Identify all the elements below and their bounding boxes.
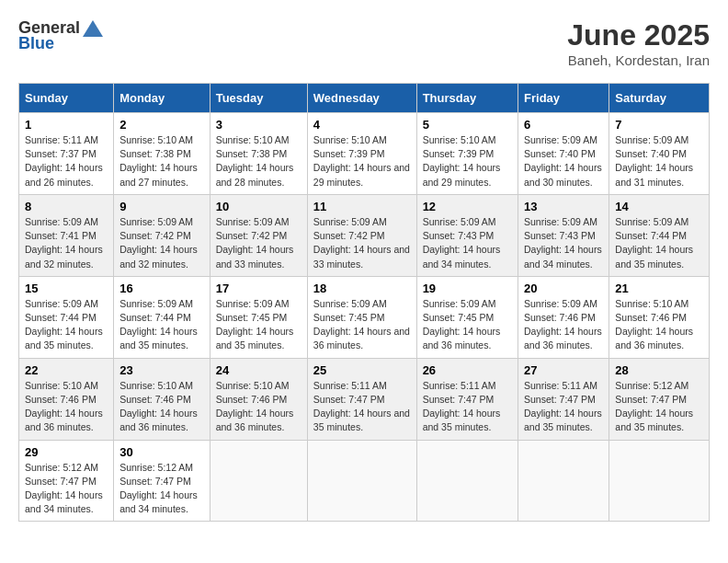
calendar-cell: 30Sunrise: 5:12 AMSunset: 7:47 PMDayligh… [114, 440, 210, 522]
day-number: 24 [216, 363, 301, 377]
day-info: Sunrise: 5:10 AMSunset: 7:39 PMDaylight:… [423, 134, 501, 188]
day-number: 7 [615, 118, 703, 132]
day-info: Sunrise: 5:11 AMSunset: 7:37 PMDaylight:… [25, 134, 103, 188]
day-info: Sunrise: 5:10 AMSunset: 7:38 PMDaylight:… [216, 134, 294, 188]
logo-blue: Blue [18, 34, 54, 53]
calendar-cell: 29Sunrise: 5:12 AMSunset: 7:47 PMDayligh… [19, 440, 114, 522]
month-title: June 2025 [567, 18, 710, 52]
calendar-week-row: 29Sunrise: 5:12 AMSunset: 7:47 PMDayligh… [19, 440, 710, 522]
calendar-cell: 1Sunrise: 5:11 AMSunset: 7:37 PMDaylight… [19, 113, 114, 195]
calendar-cell: 22Sunrise: 5:10 AMSunset: 7:46 PMDayligh… [19, 358, 114, 440]
calendar-cell [307, 440, 416, 522]
logo: General Blue [18, 18, 103, 53]
day-number: 25 [313, 363, 411, 377]
day-number: 5 [423, 118, 512, 132]
calendar-cell: 2Sunrise: 5:10 AMSunset: 7:38 PMDaylight… [114, 113, 210, 195]
day-info: Sunrise: 5:09 AMSunset: 7:41 PMDaylight:… [25, 216, 103, 270]
calendar-week-row: 15Sunrise: 5:09 AMSunset: 7:44 PMDayligh… [19, 276, 710, 358]
day-number: 29 [25, 445, 108, 459]
day-number: 1 [25, 118, 108, 132]
calendar-cell: 15Sunrise: 5:09 AMSunset: 7:44 PMDayligh… [19, 276, 114, 358]
day-info: Sunrise: 5:09 AMSunset: 7:42 PMDaylight:… [313, 216, 410, 270]
calendar-cell: 17Sunrise: 5:09 AMSunset: 7:45 PMDayligh… [210, 276, 307, 358]
day-number: 19 [423, 282, 512, 295]
day-info: Sunrise: 5:09 AMSunset: 7:40 PMDaylight:… [615, 134, 693, 188]
calendar-cell: 4Sunrise: 5:10 AMSunset: 7:39 PMDaylight… [307, 113, 416, 195]
day-info: Sunrise: 5:09 AMSunset: 7:40 PMDaylight:… [524, 134, 602, 188]
calendar-cell: 8Sunrise: 5:09 AMSunset: 7:41 PMDaylight… [19, 194, 114, 276]
day-info: Sunrise: 5:09 AMSunset: 7:42 PMDaylight:… [216, 216, 294, 270]
day-info: Sunrise: 5:12 AMSunset: 7:47 PMDaylight:… [119, 462, 198, 515]
day-number: 9 [119, 200, 204, 213]
calendar-cell: 9Sunrise: 5:09 AMSunset: 7:42 PMDaylight… [114, 194, 210, 276]
day-number: 27 [524, 363, 603, 377]
calendar-cell: 24Sunrise: 5:10 AMSunset: 7:46 PMDayligh… [210, 358, 307, 440]
day-info: Sunrise: 5:12 AMSunset: 7:47 PMDaylight:… [615, 380, 693, 433]
day-number: 11 [313, 200, 411, 213]
calendar-cell: 26Sunrise: 5:11 AMSunset: 7:47 PMDayligh… [416, 358, 518, 440]
day-number: 28 [615, 363, 703, 377]
location-subtitle: Baneh, Kordestan, Iran [567, 52, 710, 68]
weekday-header: Thursday [416, 84, 518, 113]
calendar-week-row: 8Sunrise: 5:09 AMSunset: 7:41 PMDaylight… [19, 194, 710, 276]
day-info: Sunrise: 5:10 AMSunset: 7:39 PMDaylight:… [313, 134, 410, 188]
day-info: Sunrise: 5:09 AMSunset: 7:43 PMDaylight:… [524, 216, 602, 270]
calendar-cell: 10Sunrise: 5:09 AMSunset: 7:42 PMDayligh… [210, 194, 307, 276]
day-number: 10 [216, 200, 301, 213]
weekday-header: Friday [518, 84, 609, 113]
day-info: Sunrise: 5:11 AMSunset: 7:47 PMDaylight:… [524, 380, 602, 433]
day-info: Sunrise: 5:12 AMSunset: 7:47 PMDaylight:… [25, 462, 103, 515]
calendar-cell [518, 440, 609, 522]
day-number: 21 [615, 282, 703, 295]
day-number: 4 [313, 118, 411, 132]
day-info: Sunrise: 5:11 AMSunset: 7:47 PMDaylight:… [313, 380, 410, 433]
svg-marker-0 [83, 20, 103, 37]
day-info: Sunrise: 5:09 AMSunset: 7:45 PMDaylight:… [313, 298, 410, 351]
day-number: 30 [119, 445, 204, 459]
day-info: Sunrise: 5:09 AMSunset: 7:44 PMDaylight:… [119, 298, 198, 351]
calendar-cell: 14Sunrise: 5:09 AMSunset: 7:44 PMDayligh… [609, 194, 710, 276]
day-number: 15 [25, 282, 108, 295]
day-info: Sunrise: 5:09 AMSunset: 7:45 PMDaylight:… [216, 298, 294, 351]
calendar-cell: 28Sunrise: 5:12 AMSunset: 7:47 PMDayligh… [609, 358, 710, 440]
calendar-cell [416, 440, 518, 522]
day-info: Sunrise: 5:09 AMSunset: 7:42 PMDaylight:… [119, 216, 198, 270]
day-number: 26 [423, 363, 512, 377]
day-number: 23 [119, 363, 204, 377]
calendar-cell: 5Sunrise: 5:10 AMSunset: 7:39 PMDaylight… [416, 113, 518, 195]
weekday-header: Saturday [609, 84, 710, 113]
day-info: Sunrise: 5:10 AMSunset: 7:38 PMDaylight:… [119, 134, 198, 188]
calendar-cell: 16Sunrise: 5:09 AMSunset: 7:44 PMDayligh… [114, 276, 210, 358]
calendar-week-row: 22Sunrise: 5:10 AMSunset: 7:46 PMDayligh… [19, 358, 710, 440]
calendar-cell: 11Sunrise: 5:09 AMSunset: 7:42 PMDayligh… [307, 194, 416, 276]
weekday-header: Sunday [19, 84, 114, 113]
day-number: 8 [25, 200, 108, 213]
logo-icon [83, 20, 103, 37]
day-number: 6 [524, 118, 603, 132]
day-info: Sunrise: 5:09 AMSunset: 7:44 PMDaylight:… [25, 298, 103, 351]
calendar-cell: 20Sunrise: 5:09 AMSunset: 7:46 PMDayligh… [518, 276, 609, 358]
day-info: Sunrise: 5:10 AMSunset: 7:46 PMDaylight:… [25, 380, 103, 433]
weekday-header-row: SundayMondayTuesdayWednesdayThursdayFrid… [19, 84, 710, 113]
weekday-header: Wednesday [307, 84, 416, 113]
calendar-cell [609, 440, 710, 522]
weekday-header: Monday [114, 84, 210, 113]
calendar-cell: 7Sunrise: 5:09 AMSunset: 7:40 PMDaylight… [609, 113, 710, 195]
day-number: 13 [524, 200, 603, 213]
day-info: Sunrise: 5:09 AMSunset: 7:46 PMDaylight:… [524, 298, 602, 351]
calendar-cell: 25Sunrise: 5:11 AMSunset: 7:47 PMDayligh… [307, 358, 416, 440]
calendar-cell: 18Sunrise: 5:09 AMSunset: 7:45 PMDayligh… [307, 276, 416, 358]
calendar-week-row: 1Sunrise: 5:11 AMSunset: 7:37 PMDaylight… [19, 113, 710, 195]
calendar-cell: 21Sunrise: 5:10 AMSunset: 7:46 PMDayligh… [609, 276, 710, 358]
calendar-cell: 6Sunrise: 5:09 AMSunset: 7:40 PMDaylight… [518, 113, 609, 195]
day-number: 2 [119, 118, 204, 132]
day-info: Sunrise: 5:10 AMSunset: 7:46 PMDaylight:… [615, 298, 693, 351]
calendar-cell: 23Sunrise: 5:10 AMSunset: 7:46 PMDayligh… [114, 358, 210, 440]
day-info: Sunrise: 5:11 AMSunset: 7:47 PMDaylight:… [423, 380, 501, 433]
day-info: Sunrise: 5:09 AMSunset: 7:43 PMDaylight:… [423, 216, 501, 270]
day-info: Sunrise: 5:09 AMSunset: 7:44 PMDaylight:… [615, 216, 693, 270]
day-info: Sunrise: 5:10 AMSunset: 7:46 PMDaylight:… [216, 380, 294, 433]
day-info: Sunrise: 5:10 AMSunset: 7:46 PMDaylight:… [119, 380, 198, 433]
day-number: 20 [524, 282, 603, 295]
calendar-table: SundayMondayTuesdayWednesdayThursdayFrid… [18, 83, 710, 522]
